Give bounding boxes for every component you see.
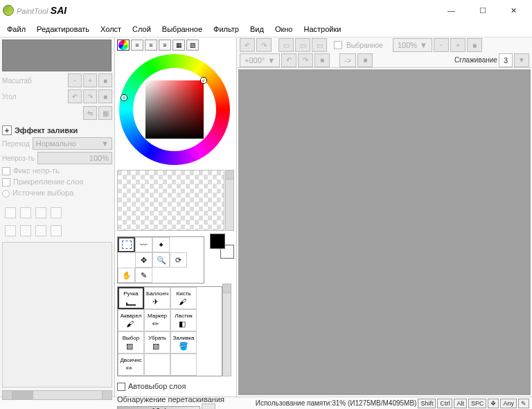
menu-layer[interactable]: Слой: [132, 25, 151, 33]
swatch-panel[interactable]: [117, 170, 224, 231]
hue-marker[interactable]: [121, 95, 127, 101]
new-folder-icon[interactable]: [35, 207, 46, 218]
rot-reset[interactable]: ■: [314, 53, 330, 67]
rotate-reset-button[interactable]: ■: [98, 89, 112, 103]
menu-settings[interactable]: Настройки: [303, 25, 341, 33]
key-win: ❖: [488, 399, 499, 408]
transfer-icon[interactable]: [35, 225, 46, 236]
zoom-plus[interactable]: ＋: [450, 38, 466, 52]
tool-zoom[interactable]: 🔍: [152, 252, 170, 268]
aa-combo[interactable]: 3: [499, 53, 513, 67]
undo-button[interactable]: ↶: [240, 38, 255, 52]
rotate-cw-button[interactable]: ↷: [83, 89, 97, 103]
memory-status: Использование памяти:31% (И1275MB/M4095M…: [256, 399, 417, 407]
aa-dropdown[interactable]: ▼: [514, 53, 529, 67]
sv-marker[interactable]: [201, 78, 206, 83]
tool-rotate[interactable]: ⟳: [170, 252, 187, 268]
autoselect-check[interactable]: Автовыбор слоя: [117, 382, 234, 391]
selection-check[interactable]: [334, 41, 342, 49]
key-any: Any: [500, 399, 517, 408]
color-hsv-tab[interactable]: ≡: [145, 40, 157, 51]
zoom-reset-button[interactable]: ■: [98, 73, 112, 87]
redo-button[interactable]: ↷: [256, 38, 272, 52]
brush-binary[interactable]: Двоичнс✏: [118, 354, 144, 376]
color-rgb-tab[interactable]: ≡: [131, 40, 143, 51]
color-swatch-tab[interactable]: ▦: [172, 40, 185, 51]
zoom-in-button[interactable]: ＋: [83, 73, 97, 87]
new-linework-icon[interactable]: [20, 207, 31, 218]
fg-bg-swatch[interactable]: [210, 234, 234, 259]
rot-ccw[interactable]: ↶: [281, 53, 296, 67]
brush-eraser[interactable]: Ластик◧: [170, 309, 197, 331]
drag-detect-dropdown[interactable]: ▼: [202, 403, 215, 409]
color-wheel[interactable]: [117, 52, 232, 167]
menu-file[interactable]: Файл: [7, 25, 26, 33]
delete-layer-icon[interactable]: [51, 225, 62, 236]
menu-edit[interactable]: Редактировать: [37, 25, 89, 33]
show-sel-button[interactable]: ▭: [312, 38, 327, 52]
zoom-fit[interactable]: ■: [467, 38, 482, 52]
attach-layer-check[interactable]: Прикрепление слоя: [2, 177, 112, 186]
layer-hscroll[interactable]: [2, 390, 112, 400]
drag-detect-slider[interactable]: ±16pix: [117, 406, 200, 409]
brush-airbrush[interactable]: Баллонч✈: [144, 287, 170, 309]
color-wheel-tab[interactable]: [117, 40, 130, 51]
merge-down-icon[interactable]: [20, 225, 31, 236]
sv-picker[interactable]: [145, 80, 204, 139]
brush-deselect[interactable]: Убрать▧: [144, 331, 170, 354]
blend-mode-combo[interactable]: Нормально▼: [33, 137, 112, 150]
flip-btn[interactable]: ■: [357, 53, 373, 67]
rotate-ccw-button[interactable]: ↶: [68, 89, 82, 103]
menu-view[interactable]: Вид: [250, 25, 264, 33]
flip-combo[interactable]: ->: [339, 53, 356, 67]
misc-button[interactable]: ▦: [98, 106, 112, 120]
close-button[interactable]: ✕: [498, 1, 529, 20]
fill-effect-header[interactable]: + Эффект заливки: [2, 125, 112, 135]
flip-h-button[interactable]: ⇋: [83, 106, 97, 120]
fg-color[interactable]: [210, 234, 225, 249]
rot-cw[interactable]: ↷: [298, 53, 313, 67]
deselect-button[interactable]: ▭: [278, 38, 294, 52]
layer-mask-icon[interactable]: [51, 207, 62, 218]
color-mode-tabs: ≡ ≡ ≡ ▦ ▨: [117, 40, 234, 51]
brush-select[interactable]: Выбор▨: [118, 331, 144, 354]
menu-filter[interactable]: Фильтр: [213, 25, 239, 33]
new-layer-icon[interactable]: [5, 207, 16, 218]
brush-pen[interactable]: Ручка: [118, 287, 144, 309]
maximize-button[interactable]: ☐: [467, 1, 498, 20]
brush-bucket[interactable]: Заливка🪣: [170, 331, 197, 354]
zoom-minus[interactable]: －: [434, 38, 449, 52]
swatch-vscroll[interactable]: [225, 170, 234, 231]
minimize-button[interactable]: —: [436, 1, 467, 20]
plus-icon: +: [2, 125, 12, 135]
fix-opacity-check[interactable]: Фикс непр-ть: [2, 166, 112, 175]
menu-canvas[interactable]: Холст: [100, 25, 121, 33]
zoom-out-button[interactable]: －: [68, 73, 82, 87]
tool-eyedropper[interactable]: ✎: [135, 268, 152, 283]
key-shift: Shift: [418, 399, 436, 408]
selection-source-radio[interactable]: Источник выбора: [2, 189, 112, 198]
angle-combo[interactable]: +000°▼: [240, 53, 280, 67]
tool-rect-select[interactable]: [118, 237, 135, 252]
color-scratch-tab[interactable]: ▨: [186, 40, 199, 51]
tool-magic-wand[interactable]: ✦: [152, 237, 170, 252]
menu-window[interactable]: Окно: [275, 25, 293, 33]
canvas[interactable]: [238, 69, 531, 395]
layer-list[interactable]: [2, 242, 112, 388]
brush-marker[interactable]: Маркер✏: [144, 309, 170, 331]
brush-empty-2[interactable]: [170, 354, 197, 376]
navigator-thumbnail[interactable]: [2, 40, 112, 71]
clear-layer-icon[interactable]: [5, 225, 16, 236]
brush-vscroll[interactable]: [222, 284, 231, 376]
color-mixer-tab[interactable]: ≡: [159, 40, 171, 51]
tool-move[interactable]: ✥: [135, 252, 152, 268]
tool-hand[interactable]: ✋: [118, 268, 135, 283]
menu-selection[interactable]: Выбранное: [162, 25, 202, 33]
brush-empty-1[interactable]: [144, 354, 170, 376]
brush-watercolor[interactable]: Акварел🖌: [118, 309, 144, 331]
tool-lasso[interactable]: 〰: [135, 237, 152, 252]
zoom-combo[interactable]: 100%▼: [393, 38, 432, 52]
brush-brush[interactable]: Кисть🖌: [170, 287, 197, 309]
opacity-slider[interactable]: 100%: [37, 152, 112, 164]
invert-sel-button[interactable]: ▭: [295, 38, 310, 52]
